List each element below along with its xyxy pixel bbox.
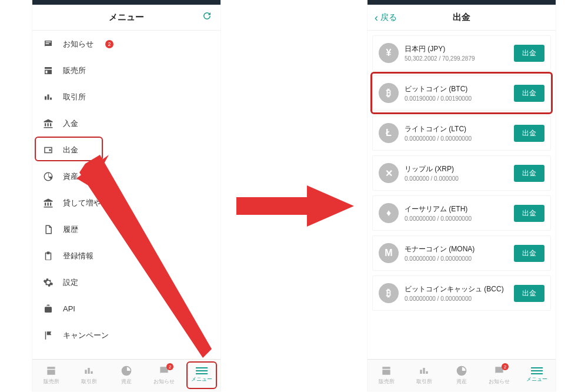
- withdraw-button[interactable]: 出金: [514, 285, 544, 302]
- menu-item-history[interactable]: 履歴: [43, 216, 210, 242]
- asset-name: リップル (XRP): [405, 164, 508, 174]
- withdraw-content: ¥ 日本円 (JPY) 50,302.2002 / 70,299.2879 出金…: [368, 31, 556, 360]
- menu-item-deposit[interactable]: 入金: [43, 110, 210, 137]
- pie-icon: [43, 171, 54, 182]
- withdraw-button[interactable]: 出金: [514, 85, 544, 102]
- bank-icon: [43, 118, 54, 129]
- tab-menu[interactable]: メニュー: [183, 360, 220, 391]
- asset-name: ビットコインキャッシュ (BCC): [405, 284, 508, 294]
- menu-item-api[interactable]: API: [43, 295, 210, 322]
- tab-label: 資産: [121, 378, 132, 386]
- asset-balance: 0.00000000 / 0.00000000: [405, 295, 508, 302]
- tab-exchange[interactable]: 取引所: [70, 360, 108, 391]
- statusbar: [368, 0, 556, 5]
- menu-item-withdraw[interactable]: 出金: [43, 137, 210, 163]
- ltc-icon: Ł: [379, 123, 399, 143]
- back-label: 戻る: [380, 12, 397, 23]
- bars-icon: [43, 92, 54, 102]
- asset-balance: 0.00190000 / 0.00190000: [405, 95, 508, 102]
- asset-balance: 0.00000000 / 0.00000000: [405, 135, 508, 142]
- tab-badge: 2: [166, 363, 173, 370]
- menu-icon: [531, 367, 543, 374]
- menu-item-exchange[interactable]: 取引所: [43, 84, 210, 110]
- yen-icon: ¥: [379, 43, 399, 63]
- mona-icon: M: [379, 243, 399, 263]
- asset-row-btc[interactable]: ₿ ビットコイン (BTC) 0.00190000 / 0.00190000 出…: [372, 75, 551, 111]
- btc-icon: ₿: [379, 83, 399, 103]
- asset-name: イーサリアム (ETH): [405, 204, 508, 214]
- tab-label: 取引所: [416, 378, 432, 386]
- asset-row-xrp[interactable]: ✕ リップル (XRP) 0.000000 / 0.000000 出金: [372, 155, 551, 191]
- tab-menu[interactable]: メニュー: [518, 360, 556, 391]
- menu-item-label: 履歴: [63, 224, 78, 235]
- menu-item-label: キャンペーン: [63, 330, 109, 341]
- tab-notice[interactable]: 2 お知らせ: [480, 360, 518, 391]
- asset-info: リップル (XRP) 0.000000 / 0.000000: [405, 164, 508, 182]
- menu-item-label: API: [63, 304, 75, 313]
- back-button[interactable]: ‹ 戻る: [375, 12, 397, 23]
- menu-item-label: 販売所: [63, 65, 86, 76]
- menu-item-label: お知らせ: [63, 39, 93, 49]
- bank-icon: [43, 198, 54, 208]
- page-title: メニュー: [109, 12, 144, 23]
- asset-name: 日本円 (JPY): [405, 44, 508, 54]
- tab-assets[interactable]: 資産: [443, 360, 480, 391]
- menu-item-sales[interactable]: 販売所: [43, 57, 210, 84]
- menu-item-label: 入金: [63, 118, 78, 129]
- asset-info: ビットコインキャッシュ (BCC) 0.00000000 / 0.0000000…: [405, 284, 508, 302]
- tab-sales[interactable]: 販売所: [368, 360, 405, 391]
- asset-row-jpy[interactable]: ¥ 日本円 (JPY) 50,302.2002 / 70,299.2879 出金: [372, 35, 551, 71]
- menu-icon: [196, 367, 208, 374]
- tab-sales[interactable]: 販売所: [32, 360, 70, 391]
- tab-label: 資産: [456, 378, 467, 386]
- bcc-icon: ₿: [379, 283, 399, 303]
- menu-content: お知らせ 2 販売所 取引所: [32, 31, 220, 360]
- statusbar: [32, 0, 220, 5]
- asset-row-ltc[interactable]: Ł ライトコイン (LTC) 0.00000000 / 0.00000000 出…: [372, 115, 551, 151]
- asset-info: ライトコイン (LTC) 0.00000000 / 0.00000000: [405, 124, 508, 142]
- store-icon: [43, 65, 54, 76]
- asset-name: ライトコイン (LTC): [405, 124, 508, 134]
- menu-item-settings[interactable]: 設定: [43, 269, 210, 295]
- menu-item-notice[interactable]: お知らせ 2: [43, 31, 210, 57]
- menu-item-label: 出金: [63, 145, 78, 155]
- asset-row-eth[interactable]: ♦ イーサリアム (ETH) 0.00000000 / 0.00000000 出…: [372, 195, 551, 231]
- tab-label: メニュー: [191, 376, 212, 383]
- menu-item-label: 登録情報: [63, 251, 93, 261]
- tab-assets[interactable]: 資産: [108, 360, 145, 391]
- menu-item-register[interactable]: 登録情報: [43, 242, 210, 269]
- eth-icon: ♦: [379, 203, 399, 223]
- menu-list: お知らせ 2 販売所 取引所: [32, 31, 220, 348]
- tab-notice[interactable]: 2 お知らせ: [145, 360, 183, 391]
- tab-exchange[interactable]: 取引所: [405, 360, 443, 391]
- withdraw-button[interactable]: 出金: [514, 205, 544, 222]
- withdraw-button[interactable]: 出金: [514, 45, 544, 62]
- menu-item-lending[interactable]: 貸して増やす: [43, 190, 210, 216]
- asset-balance: 0.00000000 / 0.00000000: [405, 215, 508, 222]
- api-icon: [43, 304, 54, 314]
- doc-icon: [43, 224, 54, 235]
- withdraw-button[interactable]: 出金: [514, 165, 544, 182]
- tab-label: メニュー: [526, 376, 547, 383]
- menu-item-label: 設定: [63, 277, 78, 288]
- menu-item-assets[interactable]: 資産: [43, 163, 210, 190]
- asset-balance: 0.000000 / 0.000000: [405, 175, 508, 182]
- flag-icon: [43, 330, 54, 341]
- withdraw-button[interactable]: 出金: [514, 125, 544, 142]
- asset-row-mona[interactable]: M モナーコイン (MONA) 0.00000000 / 0.00000000 …: [372, 235, 551, 271]
- withdraw-button[interactable]: 出金: [514, 245, 544, 262]
- menu-item-campaign[interactable]: キャンペーン: [43, 322, 210, 348]
- chevron-left-icon: ‹: [375, 12, 378, 23]
- page-title: 出金: [453, 12, 470, 23]
- header: メニュー: [32, 5, 220, 31]
- phone-withdraw-screen: ‹ 戻る 出金 ¥ 日本円 (JPY) 50,302.2002 / 70,299…: [368, 0, 556, 391]
- gear-icon: [43, 277, 54, 288]
- asset-row-bcc[interactable]: ₿ ビットコインキャッシュ (BCC) 0.00000000 / 0.00000…: [372, 275, 551, 311]
- svg-marker-0: [236, 185, 354, 227]
- wallet-icon: [43, 145, 54, 155]
- header: ‹ 戻る 出金: [368, 5, 556, 31]
- asset-balance: 0.00000000 / 0.00000000: [405, 255, 508, 262]
- menu-item-label: 貸して増やす: [63, 198, 109, 208]
- asset-list: ¥ 日本円 (JPY) 50,302.2002 / 70,299.2879 出金…: [368, 31, 556, 315]
- refresh-icon[interactable]: [202, 11, 212, 24]
